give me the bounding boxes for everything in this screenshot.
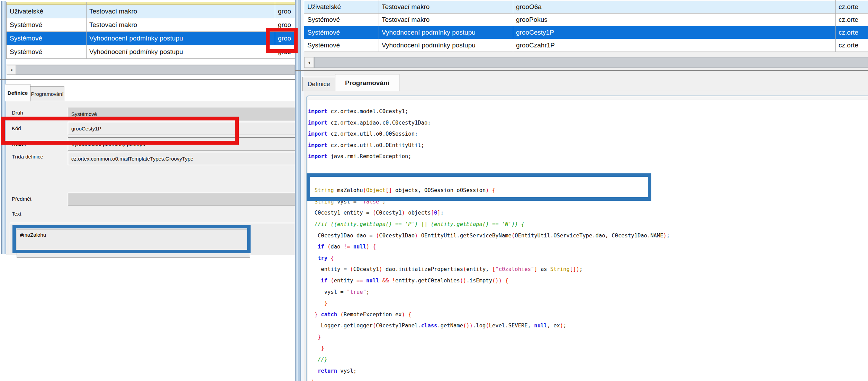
code-line [308, 162, 868, 174]
table-cell-nazev: Testovací makro [86, 18, 275, 31]
code-line: //if ((entity.getEtapa() == 'P') || (ent… [308, 219, 868, 230]
table-cell-kod: grooCzahr1P [513, 39, 835, 52]
table-cell-druh: Uživatelské [304, 1, 379, 13]
table-cell-kod: grooO6a [513, 1, 835, 13]
code-line: //} [308, 354, 868, 365]
table-row[interactable]: SystémovéTestovací makrogrooPokuscz.orte [304, 13, 868, 26]
field-label-druh: Druh [12, 110, 23, 116]
code-line: } [308, 343, 868, 354]
table-cell-druh: Systémové [7, 45, 86, 58]
table-row[interactable]: SystémovéTestovací makrogroo [7, 18, 295, 32]
table-row[interactable]: SystémovéVyhodnocení podmínky postupugro… [7, 32, 295, 45]
hscrollbar-thumb[interactable] [314, 57, 868, 68]
code-line: } catch (RemoteException ex) { [308, 309, 868, 320]
table-cell-trida: cz.orte [835, 39, 868, 52]
field-label-text: Text [12, 211, 21, 217]
left-macro-table: UživatelskéTestovací makrogrooSystémovéT… [6, 2, 295, 59]
left-divider [0, 79, 295, 80]
field-label-predmet: Předmět [12, 196, 31, 202]
code-line: } [308, 332, 868, 343]
code-line: import java.rmi.RemoteException; [308, 151, 868, 162]
table-row[interactable]: UživatelskéTestovací makrogrooO6acz.orte [304, 1, 868, 13]
code-line: C0cesty1Dao dao = (C0cesty1Dao) OEntityU… [308, 230, 868, 242]
table-cell-nazev: Vyhodnocení podmínky postupu [379, 39, 513, 52]
right-table-col-divider [835, 0, 836, 52]
tab-label: Definice [8, 90, 28, 96]
code-line: } [308, 377, 868, 381]
field-label-trida-definice: Třída definice [12, 154, 43, 160]
table-row[interactable]: SystémovéVyhodnocení podmínky postupugro… [304, 39, 868, 52]
right-macro-table: UživatelskéTestovací makrogrooO6acz.orte… [304, 0, 868, 52]
annotation-blue-box-mazalohu [12, 225, 251, 253]
table-cell-nazev: Testovací makro [86, 5, 275, 18]
annotation-red-box-table [266, 28, 298, 53]
code-line: } [308, 298, 868, 309]
hscrollbar-thumb[interactable] [16, 65, 295, 75]
table-row[interactable]: SystémovéVyhodnocení podmínky postupugro… [304, 26, 868, 39]
code-line: vysl = "true"; [308, 287, 868, 298]
code-line: import cz.ortex.util.o0.OEntityUtil; [308, 140, 868, 151]
right-table-hscrollbar[interactable]: ◄ [304, 56, 868, 68]
code-line: if (entity == null && !entity.getC0zaloh… [308, 275, 868, 287]
right-table-col-divider [513, 0, 513, 52]
code-line: try { [308, 253, 868, 264]
table-cell-nazev: Vyhodnocení podmínky postupu [379, 26, 513, 39]
table-cell-druh: Uživatelské [7, 5, 86, 18]
scroll-left-icon: ◄ [10, 67, 13, 72]
table-cell-nazev: Testovací makro [379, 13, 513, 26]
field-predmet [68, 193, 297, 206]
tab-definice-right[interactable]: Definice [302, 77, 335, 91]
code-line: import cz.ortex.apidao.c0.C0cesty1Dao; [308, 117, 868, 129]
annotation-blue-box-method [307, 173, 651, 201]
table-cell-trida: cz.orte [835, 26, 868, 39]
table-cell-nazev: Vyhodnocení podmínky postupu [86, 45, 275, 58]
table-cell-druh: Systémové [7, 18, 86, 31]
table-cell-druh: Systémové [304, 13, 379, 26]
table-cell-kod: grooCesty1P [513, 26, 835, 39]
right-table-col-divider [379, 0, 379, 52]
tab-label: Programování [345, 79, 389, 87]
tab-definice-left[interactable]: Definice [5, 84, 30, 101]
code-line: import cz.ortex.model.C0cesty1; [308, 106, 868, 117]
code-line: entity = (C0cesty1) dao.initializeProper… [308, 264, 868, 275]
table-cell-nazev: Vyhodnocení podmínky postupu [86, 32, 275, 45]
left-table-header-strip [7, 2, 295, 5]
code-line: return vysl; [308, 365, 868, 377]
table-cell-druh: Systémové [7, 32, 86, 45]
tab-label: Programování [31, 91, 63, 97]
tab-programovani-left[interactable]: Programování [30, 86, 64, 101]
code-line: if (dao != null) { [308, 241, 868, 253]
table-row[interactable]: UživatelskéTestovací makrogroo [7, 5, 295, 18]
code-line: import cz.ortex.util.o0.O0Session; [308, 128, 868, 140]
left-table-hscrollbar[interactable]: ◄ [6, 64, 295, 75]
right-window-border [295, 0, 304, 381]
scroll-left-button[interactable]: ◄ [7, 65, 16, 75]
annotation-red-box-kod [1, 117, 239, 145]
table-cell-druh: Systémové [304, 26, 379, 39]
code-editor[interactable]: import cz.ortex.model.C0cesty1;import cz… [308, 106, 868, 381]
tab-programovani-right[interactable]: Programování [335, 74, 399, 91]
scroll-left-icon: ◄ [308, 60, 310, 65]
table-cell-trida: cz.orte [835, 1, 868, 13]
table-cell-nazev: Testovací makro [379, 1, 513, 13]
left-table-col-divider [86, 2, 87, 59]
table-cell-kod: grooPokus [513, 13, 835, 26]
scroll-left-button[interactable]: ◄ [304, 57, 314, 68]
tab-label: Definice [307, 81, 330, 88]
code-line: C0cesty1 entity = (C0cesty1) objects[0]; [308, 207, 868, 219]
divider-highlight [295, 71, 868, 71]
table-cell-druh: Systémové [304, 39, 379, 52]
code-line: Logger.getLogger(C0cesty1Panel.class.get… [308, 320, 868, 332]
table-cell-trida: cz.orte [835, 13, 868, 26]
table-row[interactable]: SystémovéVyhodnocení podmínky postupugro… [7, 45, 295, 59]
field-trida-definice[interactable]: cz.ortex.common.o0.mailTemplateTypes.Gro… [68, 152, 297, 165]
table-cell-kod: groo [275, 5, 295, 18]
